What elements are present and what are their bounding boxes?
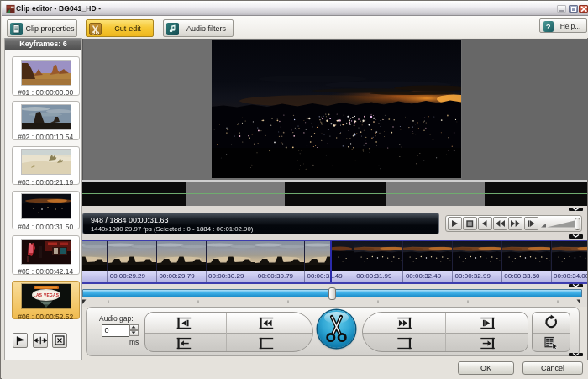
svg-text:LAS VEGAS: LAS VEGAS: [33, 293, 59, 297]
